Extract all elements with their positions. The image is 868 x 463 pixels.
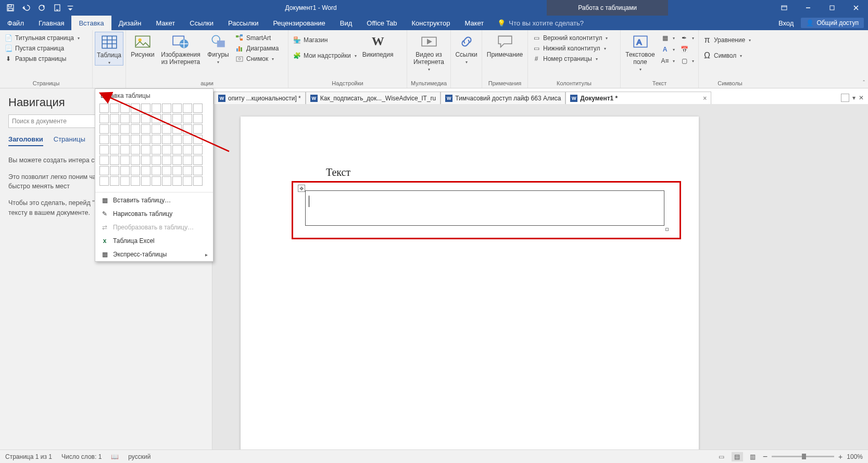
object-button[interactable]: ▢▾ — [680, 57, 694, 65]
pictures-icon — [134, 33, 152, 50]
tab-references[interactable]: Ссылки — [182, 16, 221, 30]
print-layout-icon[interactable]: ▤ — [732, 452, 743, 461]
read-mode-icon[interactable]: ▭ — [716, 452, 727, 461]
quick-tables-item[interactable]: ▦Экспресс-таблицы▸ — [95, 248, 213, 261]
tab-insert[interactable]: Вставка — [71, 16, 111, 30]
signature-button[interactable]: ✒▾ — [680, 34, 694, 42]
status-words[interactable]: Число слов: 1 — [61, 453, 102, 460]
tab-table-design[interactable]: Конструктор — [404, 16, 457, 30]
group-addins-label: Надстройки — [291, 79, 405, 88]
blank-page-button[interactable]: 📃Пустая страница — [4, 44, 80, 53]
web-layout-icon[interactable]: ▥ — [747, 452, 759, 461]
ribbon-display-icon[interactable] — [772, 0, 796, 16]
qat-customize-icon[interactable] — [66, 1, 75, 15]
close-icon[interactable] — [844, 0, 868, 16]
header-button[interactable]: ▭Верхний колонтитул▾ — [532, 34, 608, 42]
nav-tab-headings[interactable]: Заголовки — [8, 135, 43, 146]
chart-button[interactable]: Диаграмма — [235, 44, 279, 53]
inserted-table[interactable] — [305, 190, 664, 226]
tab-officetab[interactable]: Office Tab — [359, 16, 404, 30]
text-cursor — [309, 196, 309, 207]
datetime-button[interactable]: 📅 — [680, 45, 694, 54]
table-move-handle[interactable]: ✥ — [298, 185, 305, 192]
wordart-button[interactable]: A▾ — [661, 45, 675, 54]
equation-button[interactable]: πУравнение▾ — [703, 36, 751, 44]
excel-table-item[interactable]: xТаблица Excel — [95, 234, 213, 248]
close-tab-icon[interactable]: × — [703, 95, 707, 102]
page-break-button[interactable]: ⬇Разрыв страницы — [4, 55, 80, 63]
smartart-button[interactable]: SmartArt — [235, 34, 279, 42]
footer-button[interactable]: ▭Нижний колонтитул▾ — [532, 44, 608, 53]
doc-tab-2-label: Как_подписать_док..._WiseAdvice_IT_ru — [320, 95, 436, 102]
draw-table-item[interactable]: ✎Нарисовать таблицу — [95, 207, 213, 221]
spellcheck-icon[interactable]: 📖 — [111, 453, 119, 460]
save-icon[interactable] — [3, 1, 18, 15]
header-icon: ▭ — [532, 34, 540, 42]
minimize-icon[interactable] — [796, 0, 820, 16]
page[interactable]: Текст ✥ — [241, 117, 699, 449]
textbox-button[interactable]: A Текстовое поле ▾ — [623, 32, 658, 72]
table-dropdown-title: Вставка таблицы — [95, 89, 213, 101]
table-resize-handle[interactable] — [665, 228, 669, 231]
redo-icon[interactable] — [34, 1, 49, 15]
doc-tab-2[interactable]: WКак_подписать_док..._WiseAdvice_IT_ru — [306, 92, 441, 104]
zoom-out-icon[interactable]: − — [763, 452, 768, 461]
tab-mailings[interactable]: Рассылки — [221, 16, 266, 30]
smartart-icon — [235, 34, 244, 42]
close-all-icon[interactable]: ✕ — [859, 94, 864, 101]
doc-tab-1[interactable]: Wопиту ...кциональности] * — [213, 92, 306, 104]
table-dropdown: Вставка таблицы ▦Вставить таблицу… ✎Нари… — [95, 88, 213, 262]
online-video-button[interactable]: Видео из Интернета ▾ — [409, 32, 448, 72]
datetime-icon: 📅 — [680, 45, 688, 54]
shapes-label: Фигуры — [207, 52, 229, 59]
svg-rect-2 — [8, 8, 12, 10]
tab-options-icon[interactable] — [841, 94, 849, 102]
quick-parts-button[interactable]: ▦▾ — [661, 34, 675, 42]
collapse-ribbon-icon[interactable]: ˆ — [863, 80, 865, 86]
comment-button[interactable]: Примечание — [484, 32, 525, 59]
insert-table-item[interactable]: ▦Вставить таблицу… — [95, 194, 213, 207]
tab-home[interactable]: Главная — [31, 16, 71, 30]
online-pictures-button[interactable]: Изображения из Интернета — [158, 32, 203, 66]
table-size-grid[interactable] — [95, 101, 213, 191]
draw-table-label: Нарисовать таблицу — [113, 210, 172, 217]
word-doc-icon: W — [218, 95, 225, 102]
zoom-slider[interactable] — [772, 456, 834, 457]
document-text[interactable]: Текст — [326, 166, 350, 178]
table-button[interactable]: Таблица ▾ — [95, 32, 123, 66]
zoom-value[interactable]: 100% — [847, 453, 863, 460]
maximize-icon[interactable] — [820, 0, 844, 16]
screenshot-button[interactable]: Снимок▾ — [235, 55, 279, 63]
shapes-button[interactable]: Фигуры ▾ — [204, 32, 232, 65]
tab-design[interactable]: Дизайн — [111, 16, 149, 30]
status-language[interactable]: русский — [128, 453, 150, 460]
status-page[interactable]: Страница 1 из 1 — [5, 453, 52, 460]
tab-view[interactable]: Вид — [333, 16, 360, 30]
symbol-button[interactable]: ΩСимвол▾ — [703, 52, 751, 60]
share-button[interactable]: 👤 Общий доступ — [801, 18, 864, 28]
sign-in-link[interactable]: Вход — [773, 19, 799, 27]
page-number-button[interactable]: #Номер страницы▾ — [532, 55, 608, 63]
tab-review[interactable]: Рецензирование — [266, 16, 332, 30]
touch-mode-icon[interactable] — [50, 1, 65, 15]
doc-tab-4[interactable]: WДокумент1 *× — [565, 92, 711, 104]
tab-table-layout[interactable]: Макет — [458, 16, 492, 30]
wikipedia-button[interactable]: W Википедия — [360, 32, 396, 59]
tab-dropdown-icon[interactable]: ▾ — [852, 94, 856, 101]
tab-layout[interactable]: Макет — [148, 16, 182, 30]
drop-cap-button[interactable]: A≡▾ — [661, 57, 675, 65]
nav-tab-pages[interactable]: Страницы — [54, 135, 85, 146]
store-button[interactable]: 🏪Магазин — [293, 36, 357, 44]
tab-file[interactable]: Файл — [0, 16, 31, 30]
symbol-label: Символ — [714, 52, 736, 59]
doc-tab-3[interactable]: WТимчасовий доступ лайф 663 Алиса — [441, 92, 565, 104]
links-button[interactable]: Ссылки ▾ — [453, 32, 480, 65]
cover-page-button[interactable]: 📄Титульная страница▾ — [4, 34, 80, 42]
tell-me-search[interactable]: 💡 Что вы хотите сделать? — [491, 16, 590, 30]
zoom-in-icon[interactable]: + — [838, 453, 842, 461]
word-doc-icon: W — [310, 95, 318, 102]
document-area[interactable]: Текст ✥ — [212, 104, 868, 449]
myaddins-button[interactable]: 🧩Мои надстройки▾ — [293, 52, 357, 60]
undo-icon[interactable] — [19, 1, 33, 15]
pictures-button[interactable]: Рисунки — [128, 32, 157, 59]
